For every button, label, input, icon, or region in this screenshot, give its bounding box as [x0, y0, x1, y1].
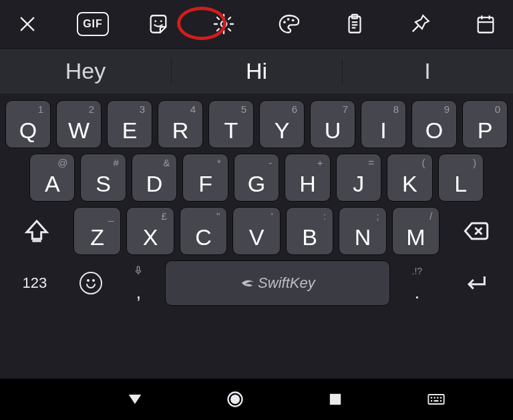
svg-point-5 [292, 19, 295, 21]
suggestion-bar: Hey Hi I [0, 48, 513, 93]
suggestion-right[interactable]: I [342, 49, 513, 93]
clipboard-button[interactable] [337, 6, 373, 42]
key-e[interactable]: 3E [107, 100, 152, 148]
nav-back-button[interactable] [112, 390, 158, 409]
themes-button[interactable] [271, 6, 307, 42]
key-x[interactable]: £X [126, 207, 174, 255]
emoji-icon [79, 272, 102, 294]
suggestion-left[interactable]: Hey [0, 49, 171, 93]
sticker-icon [147, 13, 170, 35]
shift-icon [23, 218, 50, 244]
svg-rect-18 [430, 400, 432, 401]
space-label: SwiftKey [240, 274, 315, 292]
nav-keyboard-button[interactable] [413, 390, 460, 409]
key-u[interactable]: 7U [310, 100, 355, 148]
svg-rect-14 [430, 397, 432, 399]
symbols-key[interactable]: 123 [5, 260, 64, 306]
nav-recent-button[interactable] [312, 390, 359, 409]
keyboard: 1Q 2W 3E 4R 5T 6Y 7U 8I 9O 0P @A #S &D *… [0, 93, 513, 379]
svg-rect-12 [330, 394, 341, 405]
enter-icon [462, 270, 489, 296]
key-q[interactable]: 1Q [5, 100, 51, 148]
gif-icon: GIF [77, 12, 109, 36]
svg-rect-8 [478, 17, 494, 33]
clipboard-icon [343, 13, 366, 35]
space-key[interactable]: SwiftKey [165, 260, 390, 306]
key-row-2: @A #S &D *F -G +H =J (K )L [5, 154, 508, 202]
keyboard-icon [427, 390, 446, 409]
key-o[interactable]: 9O [411, 100, 457, 148]
key-r[interactable]: 4R [158, 100, 203, 148]
key-h[interactable]: +H [285, 154, 330, 202]
settings-button[interactable] [206, 6, 242, 42]
svg-point-1 [160, 20, 162, 22]
key-v[interactable]: 'V [232, 207, 280, 255]
pin-button[interactable] [402, 6, 438, 42]
stickers-button[interactable] [140, 6, 176, 42]
mic-icon [134, 266, 142, 277]
svg-point-11 [230, 395, 240, 404]
svg-point-4 [287, 18, 290, 21]
svg-rect-9 [138, 266, 140, 271]
swiftkey-icon [240, 276, 255, 290]
key-f[interactable]: *F [182, 154, 228, 202]
pin-icon [409, 13, 432, 35]
key-d[interactable]: &D [132, 154, 177, 202]
backspace-icon [463, 218, 490, 244]
key-row-3: _Z £X "C 'V :B ;N /M [5, 207, 508, 255]
svg-rect-20 [440, 400, 441, 401]
key-n[interactable]: ;N [339, 207, 386, 255]
svg-rect-13 [428, 395, 444, 404]
key-s[interactable]: #S [80, 154, 126, 202]
svg-point-2 [221, 21, 227, 27]
key-row-1: 1Q 2W 3E 4R 5T 6Y 7U 8I 9O 0P [5, 100, 508, 148]
key-a[interactable]: @A [29, 154, 75, 202]
key-g[interactable]: -G [234, 154, 279, 202]
period-key[interactable]: .!? . [395, 260, 438, 306]
calendar-button[interactable] [468, 6, 504, 42]
key-m[interactable]: /M [392, 207, 440, 255]
close-icon [16, 13, 39, 35]
key-i[interactable]: 8I [361, 100, 406, 148]
toolbar: GIF [0, 0, 513, 48]
svg-rect-16 [437, 397, 438, 399]
palette-icon [278, 13, 301, 35]
svg-rect-17 [440, 397, 441, 399]
nav-home-button[interactable] [212, 390, 259, 409]
key-j[interactable]: =J [336, 154, 381, 202]
svg-point-3 [283, 21, 286, 23]
key-b[interactable]: :B [286, 207, 333, 255]
enter-key[interactable] [444, 260, 508, 306]
key-k[interactable]: (K [387, 154, 432, 202]
recent-square-icon [326, 390, 345, 409]
key-p[interactable]: 0P [462, 100, 508, 148]
key-w[interactable]: 2W [56, 100, 102, 148]
home-circle-icon [226, 390, 244, 409]
emoji-key[interactable] [69, 260, 112, 306]
key-t[interactable]: 5T [208, 100, 254, 148]
comma-key[interactable]: , [118, 260, 160, 306]
calendar-icon [474, 13, 497, 35]
backspace-key[interactable] [445, 207, 508, 255]
key-row-4: 123 , SwiftKey .!? . [5, 260, 508, 306]
svg-point-0 [154, 20, 156, 22]
suggestion-center[interactable]: Hi [171, 49, 342, 93]
gear-icon [212, 13, 235, 35]
svg-rect-19 [434, 400, 438, 401]
key-c[interactable]: "C [180, 207, 227, 255]
svg-rect-15 [434, 397, 435, 399]
key-y[interactable]: 6Y [259, 100, 305, 148]
close-button[interactable] [9, 6, 45, 42]
back-triangle-icon [126, 390, 144, 409]
key-z[interactable]: _Z [73, 207, 121, 255]
shift-key[interactable] [5, 207, 68, 255]
key-l[interactable]: )L [438, 154, 484, 202]
nav-bar [0, 379, 513, 420]
gif-button[interactable]: GIF [75, 6, 111, 42]
